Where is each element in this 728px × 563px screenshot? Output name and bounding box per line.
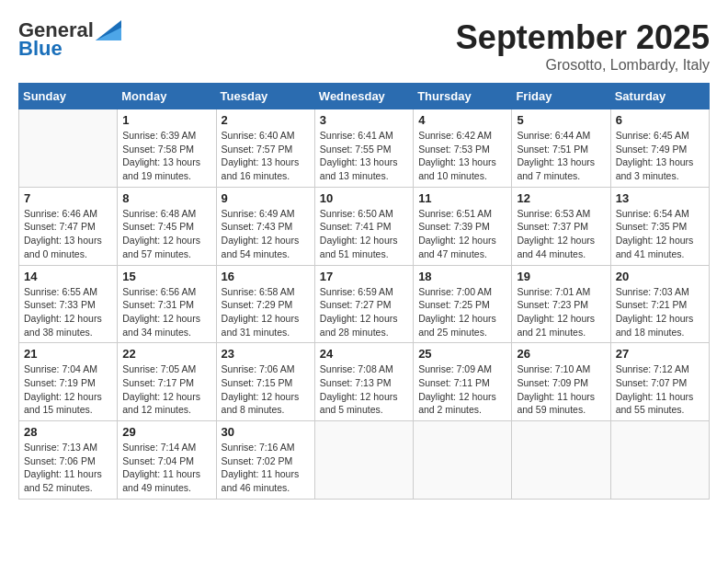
calendar-cell: 17Sunrise: 6:59 AMSunset: 7:27 PMDayligh… (314, 265, 413, 343)
header-day-sunday: Sunday (19, 84, 118, 109)
calendar-cell: 4Sunrise: 6:42 AMSunset: 7:53 PMDaylight… (414, 109, 512, 188)
calendar-cell: 28Sunrise: 7:13 AMSunset: 7:06 PMDayligh… (19, 421, 118, 500)
calendar-cell: 16Sunrise: 6:58 AMSunset: 7:29 PMDayligh… (216, 265, 314, 343)
day-number: 8 (122, 191, 210, 205)
calendar-cell: 23Sunrise: 7:06 AMSunset: 7:15 PMDayligh… (216, 343, 314, 421)
day-number: 22 (122, 347, 210, 361)
day-info: Sunrise: 6:46 AMSunset: 7:47 PMDaylight:… (24, 207, 112, 261)
month-title-block: September 2025 Grosotto, Lombardy, Italy (456, 18, 710, 74)
calendar-week-4: 21Sunrise: 7:04 AMSunset: 7:19 PMDayligh… (19, 343, 710, 421)
header-day-monday: Monday (118, 84, 216, 109)
calendar-cell: 19Sunrise: 7:01 AMSunset: 7:23 PMDayligh… (512, 265, 610, 343)
day-info: Sunrise: 7:14 AMSunset: 7:04 PMDaylight:… (122, 441, 210, 495)
day-info: Sunrise: 6:50 AMSunset: 7:41 PMDaylight:… (320, 207, 408, 261)
calendar-cell: 2Sunrise: 6:40 AMSunset: 7:57 PMDaylight… (216, 109, 314, 188)
day-info: Sunrise: 7:13 AMSunset: 7:06 PMDaylight:… (24, 441, 112, 495)
calendar-cell: 21Sunrise: 7:04 AMSunset: 7:19 PMDayligh… (19, 343, 118, 421)
day-number: 2 (222, 113, 310, 127)
calendar-cell (610, 421, 709, 500)
calendar-cell: 3Sunrise: 6:41 AMSunset: 7:55 PMDaylight… (314, 109, 413, 188)
day-number: 9 (222, 191, 310, 205)
day-number: 7 (24, 191, 112, 205)
calendar-cell: 13Sunrise: 6:54 AMSunset: 7:35 PMDayligh… (610, 187, 709, 265)
calendar-cell: 8Sunrise: 6:48 AMSunset: 7:45 PMDaylight… (118, 187, 216, 265)
day-info: Sunrise: 6:40 AMSunset: 7:57 PMDaylight:… (222, 129, 310, 183)
day-number: 20 (616, 270, 704, 283)
calendar-cell: 20Sunrise: 7:03 AMSunset: 7:21 PMDayligh… (610, 265, 709, 343)
day-info: Sunrise: 6:51 AMSunset: 7:39 PMDaylight:… (418, 207, 506, 261)
calendar-cell: 27Sunrise: 7:12 AMSunset: 7:07 PMDayligh… (610, 343, 709, 421)
day-number: 14 (24, 270, 112, 283)
day-info: Sunrise: 6:41 AMSunset: 7:55 PMDaylight:… (320, 129, 408, 183)
calendar-cell: 22Sunrise: 7:05 AMSunset: 7:17 PMDayligh… (118, 343, 216, 421)
calendar-week-5: 28Sunrise: 7:13 AMSunset: 7:06 PMDayligh… (19, 421, 710, 500)
calendar-cell (314, 421, 413, 500)
day-info: Sunrise: 7:08 AMSunset: 7:13 PMDaylight:… (320, 362, 408, 417)
day-info: Sunrise: 7:12 AMSunset: 7:07 PMDaylight:… (616, 362, 704, 417)
day-number: 27 (616, 347, 704, 361)
calendar-week-1: 1Sunrise: 6:39 AMSunset: 7:58 PMDaylight… (19, 109, 710, 188)
calendar-cell: 30Sunrise: 7:16 AMSunset: 7:02 PMDayligh… (216, 421, 314, 500)
day-info: Sunrise: 6:55 AMSunset: 7:33 PMDaylight:… (24, 285, 112, 339)
day-number: 25 (418, 347, 506, 361)
calendar-cell: 14Sunrise: 6:55 AMSunset: 7:33 PMDayligh… (19, 265, 118, 343)
day-number: 19 (517, 270, 605, 283)
calendar-cell: 5Sunrise: 6:44 AMSunset: 7:51 PMDaylight… (512, 109, 610, 188)
day-info: Sunrise: 6:44 AMSunset: 7:51 PMDaylight:… (517, 129, 605, 183)
day-info: Sunrise: 7:09 AMSunset: 7:11 PMDaylight:… (418, 362, 506, 417)
calendar-week-2: 7Sunrise: 6:46 AMSunset: 7:47 PMDaylight… (19, 187, 710, 265)
location-subtitle: Grosotto, Lombardy, Italy (456, 57, 710, 74)
header-day-thursday: Thursday (414, 84, 512, 109)
day-info: Sunrise: 7:00 AMSunset: 7:25 PMDaylight:… (418, 285, 506, 339)
header-day-wednesday: Wednesday (314, 84, 413, 109)
day-info: Sunrise: 7:04 AMSunset: 7:19 PMDaylight:… (24, 362, 112, 417)
day-info: Sunrise: 7:10 AMSunset: 7:09 PMDaylight:… (517, 362, 605, 417)
svg-marker-1 (96, 28, 121, 40)
day-number: 24 (320, 347, 408, 361)
day-info: Sunrise: 6:39 AMSunset: 7:58 PMDaylight:… (122, 129, 210, 183)
calendar-cell: 10Sunrise: 6:50 AMSunset: 7:41 PMDayligh… (314, 187, 413, 265)
day-number: 10 (320, 191, 408, 205)
day-number: 16 (222, 270, 310, 283)
day-number: 12 (517, 191, 605, 205)
day-number: 13 (616, 191, 704, 205)
day-number: 18 (418, 270, 506, 283)
page-header: General Blue September 2025 Grosotto, Lo… (18, 18, 710, 74)
day-number: 15 (122, 270, 210, 283)
day-info: Sunrise: 7:16 AMSunset: 7:02 PMDaylight:… (222, 441, 310, 495)
day-number: 11 (418, 191, 506, 205)
header-day-saturday: Saturday (610, 84, 709, 109)
calendar-cell (512, 421, 610, 500)
day-info: Sunrise: 6:48 AMSunset: 7:45 PMDaylight:… (122, 207, 210, 261)
day-number: 21 (24, 347, 112, 361)
day-info: Sunrise: 7:01 AMSunset: 7:23 PMDaylight:… (517, 285, 605, 339)
calendar-week-3: 14Sunrise: 6:55 AMSunset: 7:33 PMDayligh… (19, 265, 710, 343)
day-number: 1 (122, 113, 210, 127)
logo-blue-text: Blue (18, 37, 63, 61)
day-number: 26 (517, 347, 605, 361)
day-number: 3 (320, 113, 408, 127)
calendar-cell: 9Sunrise: 6:49 AMSunset: 7:43 PMDaylight… (216, 187, 314, 265)
month-year-title: September 2025 (456, 18, 710, 57)
calendar-cell: 26Sunrise: 7:10 AMSunset: 7:09 PMDayligh… (512, 343, 610, 421)
day-number: 23 (222, 347, 310, 361)
calendar-cell: 12Sunrise: 6:53 AMSunset: 7:37 PMDayligh… (512, 187, 610, 265)
day-info: Sunrise: 6:42 AMSunset: 7:53 PMDaylight:… (418, 129, 506, 183)
calendar-cell: 29Sunrise: 7:14 AMSunset: 7:04 PMDayligh… (118, 421, 216, 500)
calendar-cell (414, 421, 512, 500)
calendar-cell: 15Sunrise: 6:56 AMSunset: 7:31 PMDayligh… (118, 265, 216, 343)
day-info: Sunrise: 6:56 AMSunset: 7:31 PMDaylight:… (122, 285, 210, 339)
calendar-table: SundayMondayTuesdayWednesdayThursdayFrid… (18, 83, 710, 500)
day-number: 5 (517, 113, 605, 127)
day-info: Sunrise: 6:59 AMSunset: 7:27 PMDaylight:… (320, 285, 408, 339)
header-row: SundayMondayTuesdayWednesdayThursdayFrid… (19, 84, 710, 109)
day-info: Sunrise: 7:03 AMSunset: 7:21 PMDaylight:… (616, 285, 704, 339)
day-info: Sunrise: 6:58 AMSunset: 7:29 PMDaylight:… (222, 285, 310, 339)
day-number: 17 (320, 270, 408, 283)
day-number: 6 (616, 113, 704, 127)
calendar-cell: 6Sunrise: 6:45 AMSunset: 7:49 PMDaylight… (610, 109, 709, 188)
calendar-cell: 11Sunrise: 6:51 AMSunset: 7:39 PMDayligh… (414, 187, 512, 265)
calendar-cell (19, 109, 118, 188)
day-number: 28 (24, 425, 112, 439)
day-info: Sunrise: 6:49 AMSunset: 7:43 PMDaylight:… (222, 207, 310, 261)
